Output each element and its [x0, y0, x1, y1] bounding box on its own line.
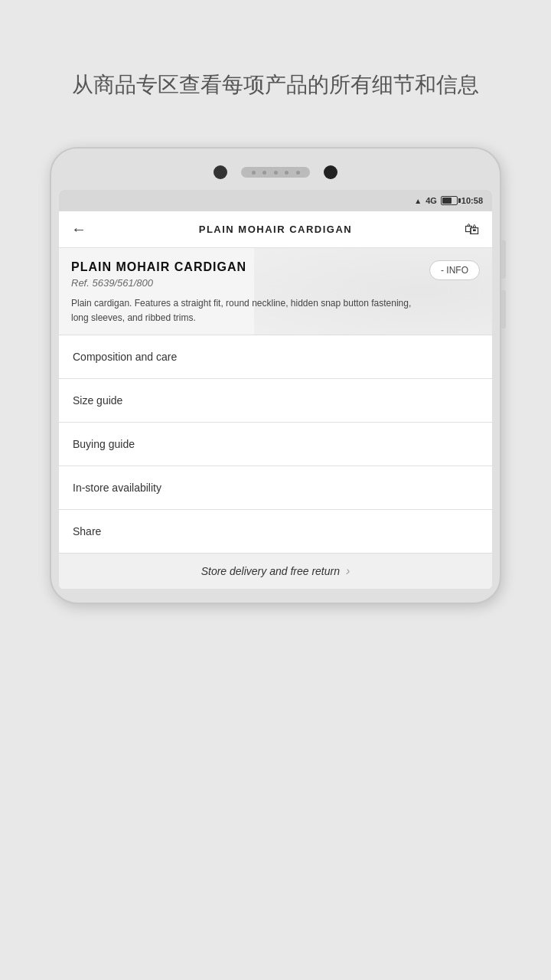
back-button[interactable]: ←: [71, 220, 86, 238]
buying-guide-item[interactable]: Buying guide: [59, 423, 492, 466]
composition-care-item[interactable]: Composition and care: [59, 335, 492, 379]
side-button-2: [501, 290, 506, 328]
network-icon: ▲: [414, 197, 422, 205]
front-camera: [324, 165, 337, 179]
in-store-availability-item[interactable]: In-store availability: [59, 466, 492, 510]
bottom-bar-label: Store delivery and free return: [201, 565, 340, 577]
camera-dot: [214, 165, 227, 179]
product-section: PLAIN MOHAIR CARDIGAN Ref. 5639/561/800 …: [59, 248, 492, 335]
network-label: 4G: [425, 196, 437, 205]
side-button-1: [501, 240, 506, 279]
phone-screen: ▲ 4G 10:58 ← PLAIN MOHAIR CARDIGAN 🛍 PLA…: [59, 190, 492, 589]
chevron-right-icon: ›: [346, 564, 350, 578]
intro-text: 从商品专区查看每项产品的所有细节和信息: [11, 69, 540, 101]
time-label: 10:58: [461, 196, 483, 205]
speaker-grille: [241, 167, 310, 178]
product-ref: Ref. 5639/561/800: [71, 277, 480, 289]
battery-icon: [441, 196, 458, 205]
status-icons: ▲ 4G 10:58: [414, 196, 483, 205]
size-guide-item[interactable]: Size guide: [59, 379, 492, 423]
app-header: ← PLAIN MOHAIR CARDIGAN 🛍: [59, 211, 492, 248]
product-description: Plain cardigan. Features a straight fit,…: [71, 296, 480, 325]
info-button[interactable]: - INFO: [429, 260, 480, 280]
phone-top-hardware: [59, 162, 492, 182]
status-bar: ▲ 4G 10:58: [59, 190, 492, 211]
product-title: PLAIN MOHAIR CARDIGAN: [71, 260, 480, 274]
cart-icon[interactable]: 🛍: [465, 220, 480, 238]
phone-mockup: ▲ 4G 10:58 ← PLAIN MOHAIR CARDIGAN 🛍 PLA…: [50, 147, 501, 604]
header-title: PLAIN MOHAIR CARDIGAN: [199, 224, 353, 235]
bottom-bar[interactable]: Store delivery and free return ›: [59, 553, 492, 589]
product-details-list: Composition and care Size guide Buying g…: [59, 335, 492, 553]
share-item[interactable]: Share: [59, 510, 492, 553]
